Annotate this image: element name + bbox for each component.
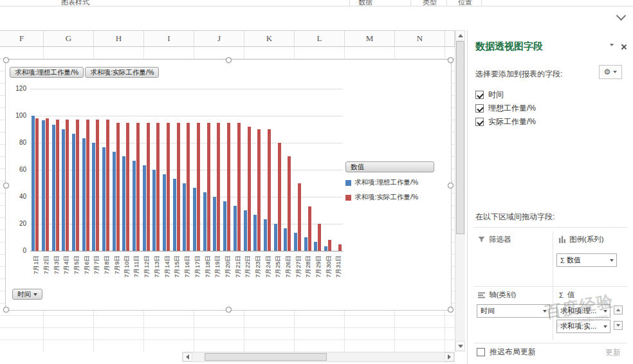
checkbox[interactable] <box>475 104 484 113</box>
checkbox[interactable] <box>475 91 484 99</box>
chart-resize-handle[interactable] <box>448 57 454 63</box>
update-button[interactable]: 更新 <box>605 347 621 358</box>
chart-bar[interactable] <box>217 123 220 251</box>
chart-bar[interactable] <box>227 123 230 251</box>
chart-resize-handle[interactable] <box>3 57 9 63</box>
chart-bar[interactable] <box>328 240 331 251</box>
chart-bar[interactable] <box>113 152 116 251</box>
chart-bar[interactable] <box>122 156 125 251</box>
chart-bar[interactable] <box>237 123 241 251</box>
chart-bar[interactable] <box>52 125 55 251</box>
chart-bar[interactable] <box>92 143 95 251</box>
chart-bar[interactable] <box>72 134 75 251</box>
chart-resize-handle[interactable] <box>448 307 454 313</box>
chart-bar[interactable] <box>314 242 317 251</box>
chevron-down-icon[interactable] <box>614 10 628 23</box>
chart-bar[interactable] <box>96 120 99 251</box>
chart-bar[interactable] <box>32 116 35 251</box>
checkbox[interactable] <box>477 348 485 356</box>
column-header-K[interactable]: K <box>244 31 295 46</box>
chart-resize-handle[interactable] <box>226 57 232 63</box>
dropdown-arrow-icon[interactable] <box>540 310 549 313</box>
close-icon[interactable] <box>620 44 627 50</box>
chart-resize-handle[interactable] <box>3 183 9 188</box>
chart-bar[interactable] <box>193 188 196 251</box>
dropdown-arrow-icon[interactable] <box>600 325 610 328</box>
column-header-M[interactable]: M <box>345 31 395 46</box>
chart-bar[interactable] <box>133 161 136 251</box>
legend-field-button[interactable]: 数值 <box>345 161 434 172</box>
column-header-G[interactable]: G <box>44 31 94 46</box>
chart-bar[interactable] <box>197 123 200 251</box>
column-header-H[interactable]: H <box>94 31 144 46</box>
column-header-N[interactable]: N <box>395 31 445 46</box>
values-scroll-down-button[interactable] <box>614 321 623 330</box>
chart-bar[interactable] <box>187 123 190 251</box>
chart-legend[interactable]: 数值 求和项:理想工作量/%求和项:实际工作量/% <box>345 161 443 202</box>
chart-bar[interactable] <box>66 120 69 251</box>
chart-bar[interactable] <box>116 123 120 251</box>
chart-bar[interactable] <box>126 123 129 251</box>
column-header-F[interactable]: F <box>0 31 44 46</box>
series-field-button[interactable]: 求和项:理想工作量/% <box>10 67 84 78</box>
chart-bar[interactable] <box>183 183 186 251</box>
area-item-时间[interactable]: 时间 <box>477 304 550 318</box>
chart-bar[interactable] <box>304 237 307 251</box>
horizontal-scrollbar[interactable] <box>182 352 455 362</box>
chart-bar[interactable] <box>213 197 216 251</box>
chart-bar[interactable] <box>102 147 106 251</box>
field-checkbox-row[interactable]: 时间 <box>475 88 625 102</box>
chart-bar[interactable] <box>223 201 226 251</box>
pane-options-icon[interactable] <box>610 46 614 58</box>
column-header-I[interactable]: I <box>144 31 194 46</box>
series-field-button[interactable]: 求和项:实际工作量/% <box>85 67 159 78</box>
chart-bar[interactable] <box>253 215 257 251</box>
field-checkbox-row[interactable]: 实际工作量/% <box>475 115 625 129</box>
chart-bar[interactable] <box>288 156 291 251</box>
values-scroll-up-button[interactable] <box>614 305 623 314</box>
dropdown-arrow-icon[interactable] <box>607 259 616 262</box>
chart-bar[interactable] <box>167 123 170 251</box>
area-item-求和项:理...[interactable]: 求和项:理... <box>556 304 610 318</box>
defer-layout-update-checkbox[interactable]: 推迟布局更新 <box>477 347 536 358</box>
chart-bar[interactable] <box>46 118 49 251</box>
column-header-J[interactable]: J <box>194 31 244 46</box>
chart-bar[interactable] <box>42 120 45 251</box>
vertical-scroll-thumb[interactable] <box>456 41 464 234</box>
vertical-scrollbar[interactable] <box>455 30 465 352</box>
chart-bar[interactable] <box>244 210 247 251</box>
chart-bar[interactable] <box>156 123 160 251</box>
chart-bar[interactable] <box>268 129 271 251</box>
fields-options-button[interactable]: ⚙ <box>599 65 622 79</box>
chart-bar[interactable] <box>308 206 311 251</box>
chart-bar[interactable] <box>147 123 150 251</box>
chart-bar[interactable] <box>136 123 140 251</box>
chart-bar[interactable] <box>177 123 180 251</box>
chart-bar[interactable] <box>294 233 297 251</box>
chart-resize-handle[interactable] <box>226 307 232 313</box>
chart-bar[interactable] <box>35 118 39 251</box>
axis-field-button[interactable]: 时间 <box>12 289 42 300</box>
chart-resize-handle[interactable] <box>448 183 454 188</box>
scroll-right-button[interactable] <box>445 352 454 361</box>
chart-bar[interactable] <box>82 138 86 251</box>
chart-bar[interactable] <box>207 123 210 251</box>
scroll-up-button[interactable] <box>455 30 465 41</box>
area-item-数值[interactable]: Σ数值 <box>556 253 617 267</box>
chart-bar[interactable] <box>257 129 261 251</box>
chart-bar[interactable] <box>234 206 237 251</box>
chart-bar[interactable] <box>56 120 59 251</box>
chart-bar[interactable] <box>86 120 89 251</box>
chart-bar[interactable] <box>284 228 287 251</box>
scroll-left-button[interactable] <box>183 352 192 361</box>
chart-bar[interactable] <box>173 179 176 251</box>
chart-bar[interactable] <box>76 120 79 251</box>
chart-bar[interactable] <box>143 165 146 251</box>
chart-bar[interactable] <box>278 143 281 251</box>
scroll-down-button[interactable] <box>455 341 465 351</box>
chart-resize-handle[interactable] <box>3 307 9 313</box>
chart-bar[interactable] <box>338 244 342 251</box>
area-item-求和项:实...[interactable]: 求和项:实... <box>556 320 610 333</box>
chart-bar[interactable] <box>106 120 109 251</box>
horizontal-scroll-thumb[interactable] <box>205 353 327 361</box>
